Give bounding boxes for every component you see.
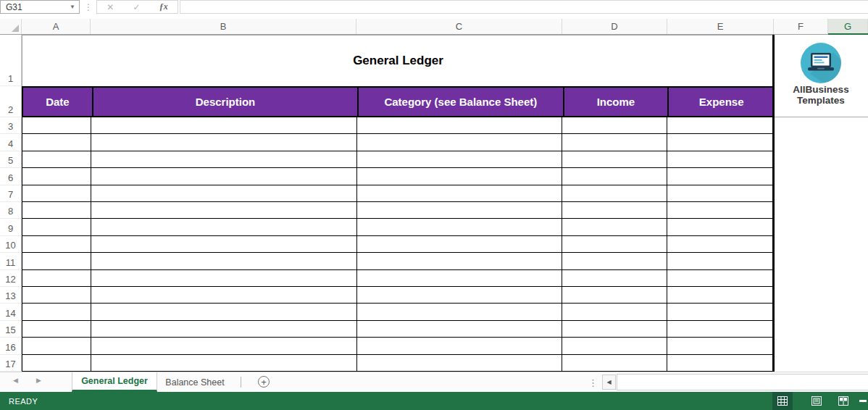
grid-cell[interactable]: [667, 287, 774, 304]
grid-cell[interactable]: [667, 321, 774, 338]
table-header-cell[interactable]: Income: [563, 88, 668, 116]
grid-cell[interactable]: [357, 321, 563, 338]
grid-cell[interactable]: [357, 185, 563, 202]
grid-cell[interactable]: [667, 270, 774, 287]
insert-function-icon[interactable]: ƒx: [159, 1, 168, 12]
grid-cell[interactable]: [22, 321, 91, 338]
grid-cell[interactable]: [562, 185, 667, 202]
grid-cell[interactable]: [667, 117, 774, 134]
grid-cell[interactable]: [22, 355, 91, 372]
tab-scroll-left-icon[interactable]: ◀: [13, 377, 18, 384]
formula-input[interactable]: [180, 0, 868, 14]
horizontal-scrollbar[interactable]: [617, 374, 868, 390]
grid-cell[interactable]: [91, 202, 357, 219]
grid-cell[interactable]: [562, 338, 667, 355]
grid-cell[interactable]: [91, 151, 357, 168]
row-header-11[interactable]: 11: [0, 253, 22, 270]
page-break-preview-button[interactable]: [833, 392, 854, 410]
normal-view-button[interactable]: [772, 392, 793, 410]
scrollbar-resize-handle-icon[interactable]: ⋮: [588, 375, 597, 390]
row-header-16[interactable]: 16: [0, 338, 22, 355]
add-sheet-button[interactable]: +: [258, 376, 270, 388]
grid-cell[interactable]: [357, 236, 563, 253]
grid-cell[interactable]: [357, 168, 563, 185]
grid-cell[interactable]: [22, 304, 91, 321]
row-header-10[interactable]: 10: [0, 236, 22, 253]
tab-balance-sheet[interactable]: Balance Sheet: [157, 372, 233, 392]
grid-cell[interactable]: [667, 304, 774, 321]
row-header-8[interactable]: 8: [0, 202, 22, 219]
table-header-cell[interactable]: Date: [23, 88, 92, 116]
zoom-out-icon[interactable]: [859, 400, 867, 402]
grid-cell[interactable]: [357, 270, 563, 287]
grid-cell[interactable]: [91, 287, 357, 304]
table-header-cell[interactable]: Category (see Balance Sheet): [357, 88, 562, 116]
grid-cell[interactable]: [22, 338, 91, 355]
grid-cell[interactable]: [357, 117, 563, 134]
grid-cell[interactable]: [562, 202, 667, 219]
row-header-14[interactable]: 14: [0, 304, 22, 321]
grid-cell[interactable]: [91, 236, 357, 253]
row-header-17[interactable]: 17: [0, 355, 22, 372]
grid-cell[interactable]: [91, 338, 357, 355]
name-box[interactable]: G31 ▼: [0, 0, 80, 14]
grid-cell[interactable]: [22, 134, 91, 151]
tab-scroll-right-icon[interactable]: ▶: [36, 377, 41, 384]
column-header-a[interactable]: A: [22, 19, 91, 34]
grid-cell[interactable]: [562, 117, 667, 134]
grid-cell[interactable]: [22, 219, 91, 236]
row-header-4[interactable]: 4: [0, 134, 22, 151]
grid-cell[interactable]: [562, 304, 667, 321]
grid-cell[interactable]: [562, 219, 667, 236]
grid-cell[interactable]: [22, 270, 91, 287]
grid-cell[interactable]: [667, 202, 774, 219]
grid-cell[interactable]: [562, 321, 667, 338]
grid-cell[interactable]: [667, 168, 774, 185]
grid-cell[interactable]: [91, 134, 357, 151]
grid-cell[interactable]: [22, 202, 91, 219]
grid-cell[interactable]: [91, 219, 357, 236]
grid-cell[interactable]: [562, 355, 667, 372]
grid-cell[interactable]: [22, 287, 91, 304]
row-header-13[interactable]: 13: [0, 287, 22, 304]
tab-general-ledger[interactable]: General Ledger: [72, 372, 157, 392]
table-header-cell[interactable]: Description: [92, 88, 357, 116]
grid-cell[interactable]: [667, 355, 774, 372]
row-header-12[interactable]: 12: [0, 270, 22, 287]
row-header-7[interactable]: 7: [0, 185, 22, 202]
grid-cell[interactable]: [667, 151, 774, 168]
grid-cell[interactable]: [91, 355, 357, 372]
grid-cell[interactable]: [562, 236, 667, 253]
grid-cell[interactable]: [357, 355, 563, 372]
grid-cell[interactable]: [357, 338, 563, 355]
column-header-g[interactable]: G: [828, 19, 868, 34]
grid-cell[interactable]: [667, 253, 774, 270]
row-header-6[interactable]: 6: [0, 168, 22, 185]
grid-cell[interactable]: [357, 304, 563, 321]
grid-cell[interactable]: [357, 202, 563, 219]
hscroll-left-button[interactable]: ◀: [602, 375, 616, 390]
grid-cell[interactable]: [562, 168, 667, 185]
column-header-f[interactable]: F: [774, 19, 828, 34]
grid-cell[interactable]: [562, 253, 667, 270]
grid-cell[interactable]: [91, 253, 357, 270]
grid-cell[interactable]: [91, 270, 357, 287]
grid-cell[interactable]: [667, 185, 774, 202]
sheet-title-cell[interactable]: General Ledger: [22, 35, 774, 86]
grid-cell[interactable]: [91, 304, 357, 321]
grid-cell[interactable]: [667, 236, 774, 253]
grid-cell[interactable]: [562, 151, 667, 168]
table-header-cell[interactable]: Expense: [667, 88, 774, 116]
row-header-2[interactable]: 2: [0, 86, 22, 117]
grid-cell[interactable]: [91, 185, 357, 202]
cancel-icon[interactable]: ✕: [107, 2, 114, 12]
page-layout-view-button[interactable]: [806, 392, 827, 410]
grid-cell[interactable]: [22, 185, 91, 202]
grid-cell[interactable]: [22, 117, 91, 134]
row-header-15[interactable]: 15: [0, 321, 22, 338]
grid-cell[interactable]: [91, 168, 357, 185]
row-header-9[interactable]: 9: [0, 219, 22, 236]
grid-cell[interactable]: [562, 287, 667, 304]
name-box-dropdown-icon[interactable]: ▼: [70, 4, 75, 10]
grid-cell[interactable]: [22, 236, 91, 253]
